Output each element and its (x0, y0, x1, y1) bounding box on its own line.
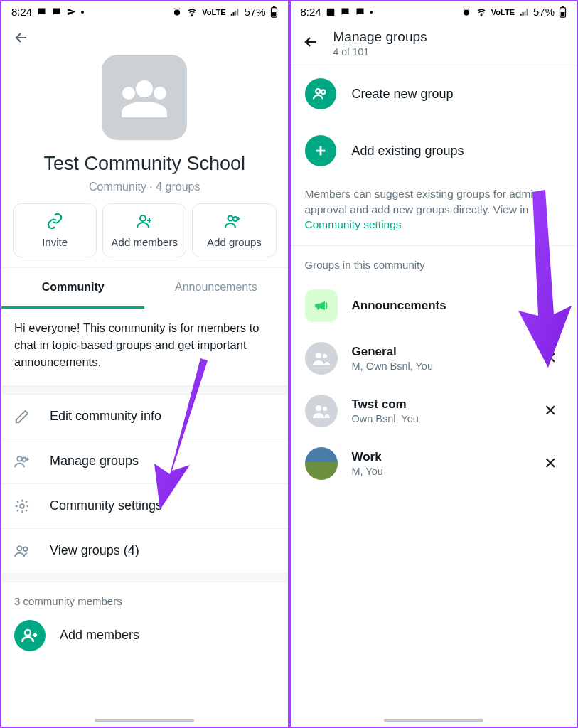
svg-point-18 (464, 9, 469, 15)
network-label: VoLTE (491, 8, 515, 16)
svg-point-25 (316, 353, 321, 358)
community-subtitle: Community · 4 groups (1, 181, 288, 193)
link-icon (46, 213, 63, 232)
manage-label: Manage groups (50, 454, 139, 469)
add-groups-button[interactable]: Add groups (192, 203, 276, 257)
remove-group-button[interactable]: ✕ (538, 346, 562, 370)
group-members: M, Own Bsnl, You (352, 360, 525, 372)
svg-rect-22 (561, 12, 565, 16)
svg-point-24 (321, 90, 325, 95)
svg-point-16 (25, 630, 31, 636)
people-icon (14, 543, 33, 559)
nav-pill[interactable] (95, 719, 194, 722)
community-description: Hi everyone! This community is for membe… (1, 309, 288, 386)
community-settings-link[interactable]: Community settings (305, 218, 402, 230)
add-members-row[interactable]: Add members (1, 614, 288, 664)
svg-point-23 (316, 89, 320, 93)
wifi-icon (476, 7, 487, 17)
section-label: Groups in this community (291, 246, 577, 279)
group-name: General (352, 345, 525, 359)
svg-point-13 (20, 504, 24, 508)
signal-icon (519, 7, 529, 17)
group-name: Twst com (352, 397, 525, 412)
view-groups-button[interactable]: View groups (4) (1, 529, 288, 574)
alarm-icon (172, 7, 182, 17)
alarm-icon (461, 7, 471, 17)
status-time: 8:24 (11, 6, 32, 18)
svg-point-1 (191, 14, 193, 16)
add-members-circle-icon (14, 620, 46, 651)
image-icon (326, 7, 336, 17)
tabs: Community Announcements (1, 267, 288, 309)
back-button[interactable] (1, 19, 288, 53)
battery-icon (559, 6, 567, 18)
edit-community-button[interactable]: Edit community info (1, 395, 288, 439)
wifi-icon (186, 7, 198, 17)
send-icon (66, 6, 77, 17)
svg-point-5 (136, 80, 153, 97)
group-icon (305, 78, 336, 109)
status-time: 8:24 (301, 6, 321, 18)
add-members-label: Add members (112, 236, 178, 248)
dot-icon (81, 11, 84, 14)
page-subtitle: 4 of 101 (333, 46, 427, 58)
community-avatar[interactable] (102, 55, 187, 140)
community-settings-button[interactable]: Community settings (1, 484, 288, 529)
group-avatar-icon (305, 342, 338, 375)
svg-point-14 (17, 546, 21, 550)
screen-manage-groups: 8:24 VoLTE 57% (288, 1, 577, 727)
svg-point-28 (323, 407, 327, 411)
group-members: M, You (352, 466, 525, 477)
back-button[interactable] (302, 33, 319, 53)
svg-rect-17 (326, 8, 334, 16)
svg-point-0 (174, 9, 180, 15)
people-add-icon (14, 454, 33, 469)
chat-bubble-icon (51, 6, 62, 17)
tab-announcements[interactable]: Announcements (144, 268, 287, 309)
create-group-button[interactable]: Create new group (291, 65, 577, 122)
remove-group-button[interactable]: ✕ (538, 399, 562, 423)
add-members-button[interactable]: Add members (102, 203, 186, 257)
action-buttons-row: Invite Add members Add groups (1, 193, 288, 267)
status-bar: 8:24 VoLTE 57% (291, 1, 577, 19)
chat-bubble-icon (355, 6, 365, 17)
manage-groups-button[interactable]: Manage groups (1, 439, 288, 484)
svg-rect-21 (562, 6, 564, 8)
group-name: Work (352, 450, 525, 464)
invite-button[interactable]: Invite (13, 203, 97, 257)
info-prefix: Members can suggest existing groups for … (305, 188, 540, 215)
page-header: Manage groups 4 of 101 (291, 19, 577, 65)
svg-point-7 (154, 87, 166, 100)
plus-icon (305, 135, 336, 166)
view-label: View groups (4) (50, 543, 139, 558)
info-text: Members can suggest existing groups for … (291, 179, 577, 246)
group-row-work[interactable]: Work M, You ✕ (291, 437, 577, 490)
group-row-twst[interactable]: Twst com Own Bsnl, You ✕ (291, 385, 577, 437)
svg-point-27 (316, 405, 321, 411)
nav-pill[interactable] (384, 719, 483, 722)
svg-point-6 (122, 87, 135, 100)
section-divider (1, 574, 288, 582)
invite-label: Invite (42, 236, 68, 248)
group-name: Announcements (352, 299, 563, 313)
add-groups-label: Add groups (207, 236, 262, 248)
svg-point-8 (140, 215, 146, 221)
remove-group-button[interactable]: ✕ (538, 451, 562, 476)
group-row-announcements[interactable]: Announcements (291, 279, 577, 332)
svg-rect-4 (272, 12, 276, 16)
chat-bubble-icon (340, 6, 350, 17)
gear-icon (14, 498, 33, 514)
add-existing-label: Add existing groups (352, 144, 464, 159)
svg-point-11 (17, 456, 21, 461)
edit-label: Edit community info (50, 409, 161, 424)
add-existing-groups-button[interactable]: Add existing groups (291, 122, 577, 179)
megaphone-icon (305, 289, 338, 322)
members-count-header: 3 community members (1, 582, 288, 614)
add-members-row-label: Add members (60, 628, 139, 643)
battery-text: 57% (533, 6, 555, 18)
tab-community[interactable]: Community (1, 268, 144, 309)
svg-point-15 (23, 547, 27, 551)
group-row-general[interactable]: General M, Own Bsnl, You ✕ (291, 332, 577, 385)
create-group-label: Create new group (352, 87, 454, 102)
svg-rect-3 (272, 6, 274, 8)
